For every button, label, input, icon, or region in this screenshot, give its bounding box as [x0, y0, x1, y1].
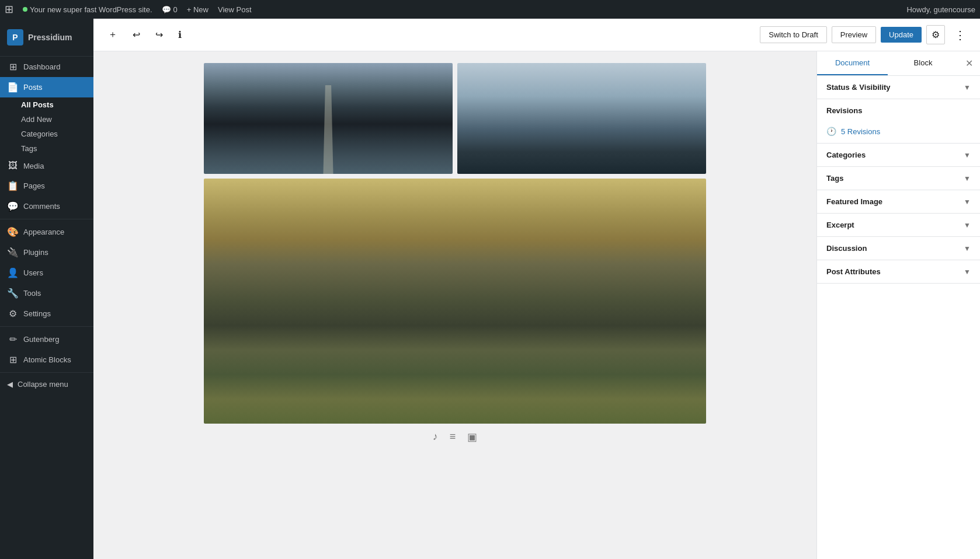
section-revisions: Revisions 🕐 5 Revisions	[817, 99, 980, 144]
section-featured-image-header[interactable]: Featured Image ▼	[817, 190, 980, 213]
section-categories-header[interactable]: Categories ▼	[817, 144, 980, 166]
switch-draft-button[interactable]: Switch to Draft	[760, 26, 827, 43]
pages-icon: 📋	[7, 180, 19, 191]
section-tags-header[interactable]: Tags ▼	[817, 167, 980, 190]
sidebar-subitem-add-new[interactable]: Add New	[0, 112, 93, 127]
sidebar-item-comments[interactable]: 💬 Comments	[0, 196, 93, 216]
sidebar-item-gutenberg[interactable]: ✏ Gutenberg	[0, 329, 93, 350]
appearance-icon: 🎨	[7, 226, 19, 237]
sidebar-item-users[interactable]: 👤 Users	[0, 263, 93, 283]
gallery-image-mountain[interactable]	[204, 179, 706, 424]
revisions-count-label: 5 Revisions	[841, 127, 880, 136]
tab-document[interactable]: Document	[817, 51, 888, 75]
gallery-row-top	[204, 63, 706, 174]
sidebar-item-label: Settings	[23, 309, 51, 318]
site-name[interactable]: Your new super fast WordPress site.	[23, 5, 152, 14]
section-excerpt: Excerpt ▼	[817, 214, 980, 237]
posts-icon: 📄	[7, 82, 19, 93]
sidebar-item-settings[interactable]: ⚙ Settings	[0, 303, 93, 324]
section-status-visibility-header[interactable]: Status & Visibility ▼	[817, 76, 980, 99]
sidebar-subitem-all-posts[interactable]: All Posts	[0, 97, 93, 112]
section-discussion-label: Discussion	[826, 244, 867, 253]
brand-label: Pressidium	[28, 33, 72, 42]
sidebar-item-media[interactable]: 🖼 Media	[0, 156, 93, 176]
posts-submenu: All Posts Add New Categories Tags	[0, 97, 93, 156]
section-post-attributes-header[interactable]: Post Attributes ▼	[817, 260, 980, 283]
list-block-icon[interactable]: ≡	[447, 428, 458, 446]
new-menu[interactable]: + New	[187, 5, 208, 14]
section-excerpt-header[interactable]: Excerpt ▼	[817, 214, 980, 236]
sidebar-subitem-categories[interactable]: Categories	[0, 127, 93, 141]
section-featured-image: Featured Image ▼	[817, 190, 980, 214]
section-tags: Tags ▼	[817, 167, 980, 190]
sidebar-item-label: Posts	[23, 83, 43, 92]
sidebar-item-appearance[interactable]: 🎨 Appearance	[0, 222, 93, 242]
section-tags-arrow: ▼	[964, 174, 971, 183]
sidebar-subitem-tags[interactable]: Tags	[0, 141, 93, 156]
preview-button[interactable]: Preview	[832, 26, 876, 43]
more-options-button[interactable]: ⋮	[950, 26, 971, 44]
section-excerpt-arrow: ▼	[964, 221, 971, 229]
info-button[interactable]: ℹ	[173, 25, 187, 44]
section-discussion-arrow: ▼	[964, 244, 971, 253]
editor-inner: ♪ ≡ ▣	[204, 63, 706, 446]
section-discussion: Discussion ▼	[817, 237, 980, 260]
toolbar-right: Switch to Draft Preview Update ⚙ ⋮	[760, 25, 971, 44]
media-icon: 🖼	[7, 160, 19, 171]
menu-separator-3	[0, 372, 93, 373]
collapse-icon: ◀	[7, 380, 13, 389]
add-block-button[interactable]: ＋	[103, 25, 123, 45]
comments-icon: 💬	[7, 201, 19, 212]
plane-image	[457, 63, 706, 174]
panel-body: Status & Visibility ▼ Revisions 🕐 5 Revi…	[817, 76, 980, 559]
sidebar-item-label: Gutenberg	[23, 335, 59, 344]
sidebar-item-tools[interactable]: 🔧 Tools	[0, 283, 93, 303]
wp-logo-icon[interactable]: ⊞	[5, 3, 13, 16]
admin-sidebar: P Pressidium ⊞ Dashboard 📄 Posts All Pos…	[0, 19, 93, 559]
gallery-image-plane[interactable]	[457, 63, 706, 174]
undo-button[interactable]: ↩	[127, 25, 145, 44]
collapse-label: Collapse menu	[18, 380, 68, 389]
sidebar-item-pages[interactable]: 📋 Pages	[0, 176, 93, 196]
site-status-indicator	[23, 7, 27, 12]
panel-close-button[interactable]: ✕	[958, 53, 980, 74]
sidebar-item-posts[interactable]: 📄 Posts	[0, 77, 93, 97]
dashboard-icon: ⊞	[7, 61, 19, 72]
section-status-visibility-label: Status & Visibility	[826, 83, 891, 92]
brand-area: P Pressidium	[0, 19, 93, 57]
settings-button[interactable]: ⚙	[926, 25, 945, 44]
mountain-image	[204, 179, 706, 424]
image-block-icon[interactable]: ▣	[465, 428, 479, 446]
section-featured-image-arrow: ▼	[964, 198, 971, 206]
tab-block[interactable]: Block	[888, 51, 958, 75]
sidebar-item-label: Pages	[23, 181, 45, 190]
section-categories: Categories ▼	[817, 144, 980, 167]
section-revisions-header[interactable]: Revisions	[817, 99, 980, 122]
audio-block-icon[interactable]: ♪	[430, 428, 440, 446]
sidebar-item-plugins[interactable]: 🔌 Plugins	[0, 242, 93, 263]
editor-canvas[interactable]: ♪ ≡ ▣	[93, 51, 816, 559]
brand-item: P Pressidium	[0, 23, 93, 51]
section-discussion-header[interactable]: Discussion ▼	[817, 237, 980, 260]
sidebar-item-label: Atomic Blocks	[23, 355, 71, 364]
settings-panel: Document Block ✕ Status & Visibility ▼	[816, 51, 980, 559]
menu-separator-2	[0, 326, 93, 327]
sidebar-item-label: Dashboard	[23, 62, 61, 71]
sidebar-item-dashboard[interactable]: ⊞ Dashboard	[0, 57, 93, 77]
gallery-image-road[interactable]	[204, 63, 453, 174]
revisions-row[interactable]: 🕐 5 Revisions	[817, 122, 980, 143]
menu-separator-1	[0, 219, 93, 219]
update-button[interactable]: Update	[881, 27, 922, 43]
revisions-clock-icon: 🕐	[826, 127, 836, 136]
editor-content-wrap: ♪ ≡ ▣ Document Block ✕ Statu	[93, 51, 980, 559]
sidebar-item-label: Plugins	[23, 248, 48, 257]
comments-link[interactable]: 💬 0	[162, 5, 178, 14]
section-status-visibility: Status & Visibility ▼	[817, 76, 980, 99]
sidebar-item-label: Appearance	[23, 228, 64, 236]
section-categories-label: Categories	[826, 151, 866, 159]
sidebar-item-atomic-blocks[interactable]: ⊞ Atomic Blocks	[0, 350, 93, 370]
view-post-link[interactable]: View Post	[218, 5, 252, 14]
redo-button[interactable]: ↪	[150, 25, 168, 44]
collapse-menu-button[interactable]: ◀ Collapse menu	[0, 375, 93, 393]
sidebar-item-label: Media	[23, 162, 44, 170]
